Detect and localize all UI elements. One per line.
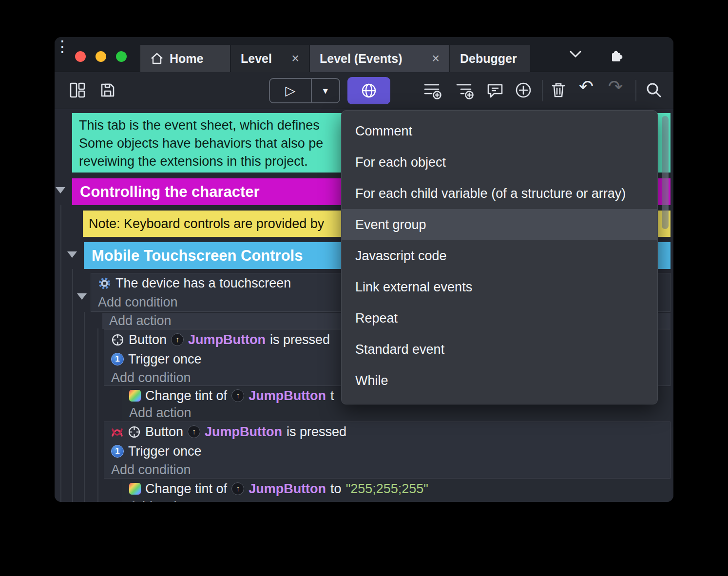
toolbar-separator-2 bbox=[635, 80, 636, 101]
condition-suffix: is pressed bbox=[287, 424, 346, 440]
action-block-2: Change tint of ↑ JumpButton to "255;255;… bbox=[122, 480, 671, 502]
add-action-label: Add action bbox=[129, 405, 192, 421]
menu-item-link-external-events[interactable]: Link external events bbox=[342, 271, 657, 303]
event-block-jumpbutton-2: Button ↑ JumpButton is pressed 1 Trigger… bbox=[104, 422, 671, 479]
tint-gradient-icon bbox=[129, 483, 141, 495]
object-name: JumpButton bbox=[205, 424, 282, 440]
tree-guide-line bbox=[72, 269, 73, 502]
close-window-button[interactable] bbox=[75, 51, 86, 62]
play-options-caret[interactable]: ▾ bbox=[312, 79, 339, 102]
plugin-name: Button bbox=[129, 332, 167, 347]
object-icon: ↑ bbox=[188, 425, 200, 438]
note-text: Note: Keyboard controls are provided by bbox=[89, 216, 324, 231]
tab-level-events[interactable]: Level (Events) × bbox=[310, 45, 449, 72]
menu-item-standard-event[interactable]: Standard event bbox=[342, 334, 657, 365]
action-change-tint-2[interactable]: Change tint of ↑ JumpButton to "255;255;… bbox=[122, 480, 671, 498]
menu-item-for-each-child-variable[interactable]: For each child variable (of a structure … bbox=[342, 178, 657, 209]
object-icon: ↑ bbox=[231, 389, 244, 402]
object-name: JumpButton bbox=[188, 332, 266, 347]
minimize-window-button[interactable] bbox=[96, 51, 106, 62]
add-condition-label: Add condition bbox=[98, 295, 178, 310]
tab-debugger[interactable]: Debugger bbox=[450, 45, 530, 72]
add-action-label: Add action bbox=[129, 499, 192, 502]
tab-home-label: Home bbox=[170, 52, 203, 66]
add-condition-label: Add condition bbox=[111, 370, 191, 385]
add-comment-icon[interactable] bbox=[486, 82, 504, 99]
titlebar: Home Level × Level (Events) × Debugger ⋮ bbox=[55, 37, 673, 72]
object-name: JumpButton bbox=[249, 388, 326, 403]
gamepad-button-icon bbox=[111, 333, 124, 346]
collapse-arrow-group-controlling[interactable] bbox=[56, 187, 65, 193]
search-icon[interactable] bbox=[645, 81, 663, 99]
tab-home[interactable]: Home bbox=[140, 45, 230, 72]
trigger-once-label: Trigger once bbox=[128, 444, 202, 459]
menu-item-while[interactable]: While bbox=[342, 365, 657, 396]
home-icon bbox=[150, 52, 164, 65]
tab-level-events-close-icon[interactable]: × bbox=[432, 52, 440, 65]
tab-level[interactable]: Level × bbox=[231, 45, 309, 72]
app-window: Home Level × Level (Events) × Debugger ⋮ bbox=[55, 37, 673, 502]
action-to: to bbox=[330, 481, 342, 497]
condition-text: The device has a touchscreen bbox=[115, 276, 291, 291]
zoom-window-button[interactable] bbox=[116, 51, 127, 62]
trigger-once-icon: 1 bbox=[111, 353, 124, 365]
trigger-once-icon: 1 bbox=[111, 445, 124, 458]
tab-level-events-label: Level (Events) bbox=[320, 52, 402, 66]
add-plus-circle-icon[interactable] bbox=[515, 81, 532, 99]
tree-guide-line bbox=[60, 205, 61, 502]
add-event-icon[interactable] bbox=[423, 81, 442, 100]
object-icon: ↑ bbox=[171, 333, 184, 346]
layout-panels-icon[interactable] bbox=[69, 82, 86, 98]
undo-icon[interactable]: ↶ bbox=[579, 77, 594, 97]
add-event-context-menu: Comment For each object For each child v… bbox=[341, 110, 658, 404]
condition-trigger-once-2[interactable]: 1 Trigger once bbox=[104, 442, 670, 461]
menu-item-comment[interactable]: Comment bbox=[342, 115, 657, 147]
tab-level-close-icon[interactable]: × bbox=[291, 52, 299, 65]
trigger-once-label: Trigger once bbox=[128, 352, 202, 367]
object-name: JumpButton bbox=[249, 481, 326, 497]
add-event-globe-button[interactable] bbox=[347, 77, 390, 104]
tab-debugger-label: Debugger bbox=[460, 52, 517, 66]
tree-guide-line bbox=[97, 328, 98, 502]
system-gear-icon bbox=[98, 277, 111, 290]
extensions-puzzle-icon[interactable] bbox=[609, 48, 624, 62]
add-action-label: Add action bbox=[109, 313, 172, 328]
overflow-menu-icon[interactable]: ⋮ bbox=[55, 38, 70, 55]
menu-item-event-group[interactable]: Event group bbox=[342, 209, 657, 240]
object-icon: ↑ bbox=[231, 482, 244, 495]
group-title: Mobile Touchscreen Controls bbox=[92, 247, 303, 265]
collapse-arrow-event[interactable] bbox=[77, 293, 87, 300]
vertical-scrollbar-thumb[interactable] bbox=[662, 116, 669, 229]
tint-gradient-icon bbox=[129, 390, 141, 402]
globe-icon bbox=[361, 82, 377, 99]
save-icon[interactable] bbox=[99, 82, 116, 98]
menu-item-javascript-code[interactable]: Javascript code bbox=[342, 240, 657, 271]
toolbar-separator bbox=[542, 80, 543, 101]
redo-icon[interactable]: ↷ bbox=[608, 77, 623, 97]
chevron-down-icon[interactable] bbox=[569, 50, 582, 58]
action-text: Change tint of bbox=[145, 388, 227, 403]
add-condition-link[interactable]: Add condition bbox=[104, 461, 670, 479]
action-value: "255;255;255" bbox=[346, 481, 428, 497]
tree-guide-line bbox=[84, 312, 85, 502]
condition-button-pressed-2[interactable]: Button ↑ JumpButton is pressed bbox=[104, 422, 670, 442]
action-suffix: t bbox=[330, 388, 334, 403]
collapse-arrow-group-mobile[interactable] bbox=[67, 251, 77, 258]
play-button[interactable]: ▷ bbox=[270, 79, 311, 102]
toolbar: ▷ ▾ bbox=[55, 72, 673, 109]
menu-item-for-each-object[interactable]: For each object bbox=[342, 147, 657, 178]
red-marker-icon bbox=[111, 426, 123, 438]
add-condition-label: Add condition bbox=[111, 462, 191, 478]
condition-suffix: is pressed bbox=[270, 332, 330, 347]
tab-level-label: Level bbox=[241, 52, 272, 66]
add-sub-event-icon[interactable] bbox=[455, 81, 475, 100]
plugin-name: Button bbox=[145, 424, 183, 440]
gamepad-button-icon bbox=[128, 425, 141, 439]
group-title: Controlling the character bbox=[80, 183, 260, 201]
delete-trash-icon[interactable] bbox=[550, 81, 567, 99]
menu-item-repeat[interactable]: Repeat bbox=[342, 303, 657, 334]
add-action-link[interactable]: Add action bbox=[122, 404, 671, 421]
action-text: Change tint of bbox=[145, 481, 227, 497]
preview-button-group: ▷ ▾ bbox=[269, 78, 340, 103]
add-action-link[interactable]: Add action bbox=[122, 498, 671, 502]
